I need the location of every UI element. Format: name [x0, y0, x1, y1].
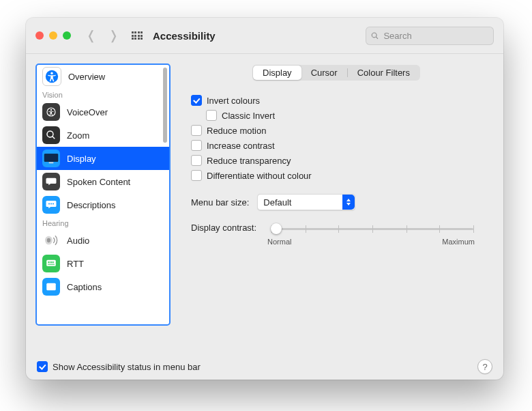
checkbox-icon	[191, 140, 202, 151]
slider-tick	[306, 225, 306, 233]
help-button[interactable]: ?	[477, 359, 492, 374]
show-in-menu-bar-checkbox[interactable]: Show Accessibility status in menu bar	[37, 361, 201, 372]
display-icon	[42, 150, 60, 167]
slider-min-label: Normal	[267, 238, 291, 246]
option-label: Invert colours	[207, 96, 260, 106]
tab-display[interactable]: Display	[253, 66, 301, 80]
minimize-window-button[interactable]	[49, 31, 57, 40]
svg-point-9	[53, 203, 54, 204]
slider-tick	[439, 225, 440, 233]
menu-bar-size-select[interactable]: Default	[257, 194, 355, 210]
svg-rect-15	[50, 261, 51, 263]
slider-max-label: Maximum	[442, 238, 475, 246]
sidebar-item-label: Spoken Content	[67, 177, 130, 187]
checkbox-icon	[191, 95, 202, 106]
toolbar: ❬ ❭ Accessibility	[26, 18, 503, 54]
sidebar-section-hearing: Hearing	[37, 216, 169, 229]
option-increase-contrast[interactable]: Increase contrast	[191, 138, 475, 153]
option-label: Differentiate without colour	[207, 171, 312, 181]
svg-rect-5	[44, 154, 58, 162]
svg-point-7	[48, 203, 50, 204]
window-title: Accessibility	[153, 30, 216, 42]
sidebar-section-vision: Vision	[37, 88, 169, 100]
forward-button[interactable]: ❭	[108, 28, 119, 43]
rtt-icon	[42, 255, 60, 272]
search-icon	[371, 31, 379, 40]
option-label: Classic Invert	[222, 111, 275, 121]
audio-icon	[42, 231, 60, 249]
zoom-window-button[interactable]	[63, 31, 71, 40]
sidebar-item-zoom[interactable]: Zoom	[37, 124, 169, 147]
slider-tick	[372, 225, 373, 233]
sidebar-item-label: Zoom	[67, 130, 89, 141]
svg-rect-18	[46, 283, 56, 291]
search-input[interactable]	[382, 30, 488, 42]
sidebar-item-label: VoiceOver	[67, 107, 108, 117]
captions-icon	[42, 278, 60, 296]
checkbox-icon	[206, 110, 217, 121]
svg-rect-16	[51, 261, 53, 263]
svg-rect-13	[48, 264, 55, 265]
svg-rect-17	[53, 261, 54, 263]
window-controls	[35, 31, 71, 40]
checkbox-icon	[191, 170, 202, 181]
option-label: Increase contrast	[207, 141, 275, 151]
sidebar-item-overview[interactable]: Overview	[37, 65, 169, 88]
display-contrast-label: Display contrast:	[191, 223, 256, 233]
sidebar-item-spoken-content[interactable]: Spoken Content	[37, 170, 169, 193]
prefs-window: ❬ ❭ Accessibility Overview Vision	[26, 18, 503, 380]
sidebar-item-descriptions[interactable]: Descriptions	[37, 193, 169, 216]
slider-tick	[407, 225, 407, 233]
checkbox-icon	[191, 155, 202, 166]
select-value: Default	[263, 197, 291, 208]
accessibility-icon	[42, 67, 61, 86]
svg-point-11	[47, 238, 50, 242]
close-window-button[interactable]	[35, 31, 44, 40]
voiceover-icon	[42, 103, 60, 121]
tab-bar: Display Cursor Colour Filters	[252, 65, 420, 81]
spoken-content-icon	[42, 173, 60, 190]
zoom-icon	[42, 126, 60, 144]
tab-colour-filters[interactable]: Colour Filters	[348, 66, 419, 80]
option-differentiate-without-colour[interactable]: Differentiate without colour	[191, 168, 475, 183]
show-all-button[interactable]	[131, 29, 143, 42]
svg-rect-6	[49, 162, 54, 164]
option-classic-invert[interactable]: Classic Invert	[191, 108, 475, 123]
settings-pane: Display Cursor Colour Filters Invert col…	[183, 63, 490, 364]
sidebar-item-audio[interactable]: Audio	[37, 229, 169, 252]
tab-cursor[interactable]: Cursor	[301, 66, 347, 80]
option-reduce-motion[interactable]: Reduce motion	[191, 123, 475, 138]
svg-point-8	[50, 203, 52, 204]
svg-rect-14	[48, 261, 50, 263]
slider-tick	[338, 225, 339, 233]
stepper-icon	[342, 195, 355, 210]
search-field[interactable]	[366, 27, 494, 45]
option-label: Reduce transparency	[207, 156, 291, 166]
menu-bar-size-label: Menu bar size:	[191, 197, 249, 208]
sidebar-item-captions[interactable]: Captions	[37, 275, 169, 298]
sidebar: Overview Vision VoiceOver Zoom	[35, 63, 171, 326]
option-invert-colours[interactable]: Invert colours	[191, 93, 475, 108]
sidebar-item-label: Audio	[67, 236, 89, 246]
sidebar-item-label: Descriptions	[67, 200, 116, 210]
option-label: Show Accessibility status in menu bar	[53, 362, 201, 372]
sidebar-item-rtt[interactable]: RTT	[37, 252, 169, 275]
sidebar-item-display[interactable]: Display	[37, 147, 169, 170]
checkbox-icon	[37, 361, 48, 372]
svg-point-3	[50, 109, 52, 111]
option-label: Reduce motion	[207, 126, 266, 136]
back-button[interactable]: ❬	[86, 28, 96, 43]
descriptions-icon	[42, 196, 60, 214]
nav-arrows: ❬ ❭	[86, 28, 119, 43]
slider-tick	[473, 225, 474, 233]
display-contrast-slider[interactable]	[271, 222, 473, 236]
slider-knob[interactable]	[271, 223, 282, 234]
sidebar-item-label: RTT	[67, 259, 84, 269]
sidebar-item-voiceover[interactable]: VoiceOver	[37, 100, 169, 124]
sidebar-item-label: Captions	[67, 282, 102, 292]
footer: Show Accessibility status in menu bar ?	[26, 354, 503, 380]
svg-point-1	[50, 72, 53, 74]
sidebar-item-label: Display	[67, 154, 96, 164]
sidebar-scrollbar[interactable]	[163, 68, 167, 143]
option-reduce-transparency[interactable]: Reduce transparency	[191, 153, 475, 168]
